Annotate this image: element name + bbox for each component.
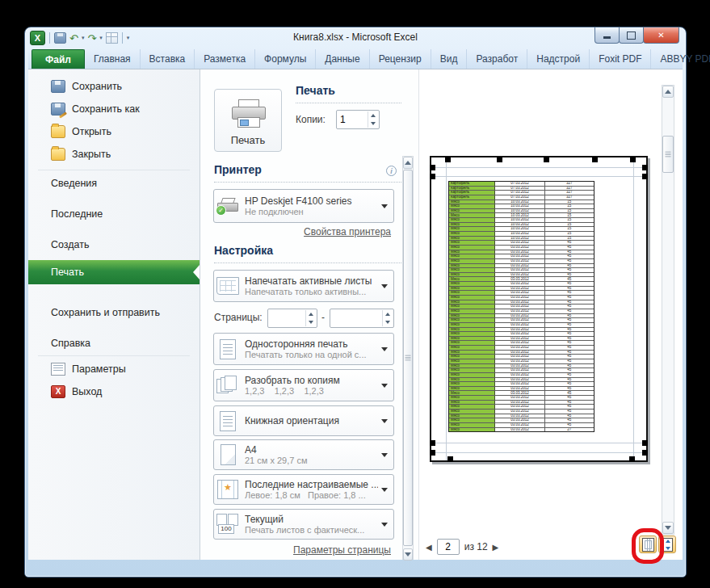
margin-handle[interactable]: [447, 456, 453, 462]
margin-handle[interactable]: [642, 450, 648, 456]
nav-exit[interactable]: X Выход: [28, 383, 200, 401]
tab-foxit-pdf[interactable]: Foxit PDF: [590, 49, 651, 69]
table-cell: 03.03.2012: [495, 332, 544, 336]
paper-size-select[interactable]: A4 21 см x 29,7 см: [213, 439, 394, 470]
printer-select[interactable]: ✓ HP Deskjet F4100 series Не подключен: [213, 189, 394, 223]
restore-button[interactable]: [619, 27, 644, 44]
bottom-margin-line[interactable]: [431, 443, 646, 443]
table-cell: Мясо: [449, 250, 495, 254]
print-what-select[interactable]: Напечатать активные листы Напечатать тол…: [213, 270, 394, 302]
table-cell: Мясо: [449, 241, 495, 245]
tab-abbyy-pdf[interactable]: ABBYY PDF: [651, 49, 710, 69]
margin-handle[interactable]: [430, 440, 435, 446]
tab-addins[interactable]: Надстрой: [527, 49, 590, 69]
column-handle[interactable]: [445, 157, 451, 162]
table-cell: 15: [545, 237, 594, 241]
pages-from-increase-icon[interactable]: [309, 313, 313, 316]
table-cell: Мясо: [449, 213, 495, 217]
right-margin-line[interactable]: [633, 158, 634, 460]
orientation-select[interactable]: Книжная ориентация: [213, 405, 394, 436]
nav-info-label: Сведения: [28, 178, 97, 189]
print-button[interactable]: Печать: [214, 89, 282, 152]
tab-file[interactable]: Файл: [32, 49, 85, 69]
nav-open[interactable]: Открыть: [28, 123, 200, 141]
tab-developer[interactable]: Разработ: [467, 49, 527, 69]
margin-handle[interactable]: [629, 456, 635, 462]
top-margin-line[interactable]: [431, 176, 646, 177]
tab-home[interactable]: Главная: [85, 49, 141, 69]
minimize-button[interactable]: [594, 27, 620, 44]
show-margins-button[interactable]: [639, 536, 657, 553]
margin-handle[interactable]: [430, 174, 435, 179]
scroll-down-icon: [665, 526, 671, 530]
page-setup-link[interactable]: Параметры страницы: [293, 544, 391, 556]
nav-options[interactable]: Параметры: [28, 360, 200, 378]
nav-close[interactable]: Закрыть: [28, 145, 200, 163]
duplex-select[interactable]: Односторонняя печать Печатать только на …: [213, 333, 394, 365]
pages-to-decrease-icon[interactable]: [385, 321, 390, 324]
nav-help[interactable]: Справка: [28, 334, 200, 352]
tab-formulas[interactable]: Формулы: [255, 49, 316, 69]
nav-new[interactable]: Создать: [28, 236, 200, 254]
margin-handle[interactable]: [642, 165, 648, 170]
info-icon[interactable]: i: [386, 166, 397, 176]
previous-page-button[interactable]: ◀: [426, 543, 432, 552]
column-handle[interactable]: [592, 157, 598, 162]
copies-input[interactable]: [338, 111, 371, 128]
current-page-input[interactable]: [437, 539, 460, 555]
left-margin-line[interactable]: [446, 158, 447, 460]
pages-to-input[interactable]: [332, 310, 380, 326]
scroll-down-button[interactable]: [662, 522, 674, 534]
settings-scrollbar[interactable]: [402, 156, 414, 560]
zoom-to-page-button[interactable]: [658, 536, 676, 553]
margin-handle[interactable]: [642, 174, 648, 179]
nav-save-send[interactable]: Сохранить и отправить: [28, 304, 200, 321]
scrollbar-thumb[interactable]: [403, 170, 413, 546]
tab-data[interactable]: Данные: [316, 49, 369, 69]
header-margin-line[interactable]: [431, 167, 646, 168]
scrollbar-thumb[interactable]: [662, 136, 674, 173]
table-cell: 03.03.2012: [495, 318, 544, 322]
next-page-button[interactable]: ▶: [493, 543, 499, 552]
printer-properties-link[interactable]: Свойства принтера: [304, 226, 391, 237]
pages-from-input[interactable]: [270, 310, 307, 326]
scroll-down-button[interactable]: [403, 548, 413, 561]
column-handle[interactable]: [497, 157, 502, 162]
backstage-view: Сохранить Сохранить как Открыть Закрыть …: [28, 69, 683, 560]
page-navigation: ◀ из 12 ▶: [426, 538, 498, 556]
table-cell: Мясо: [449, 218, 495, 222]
margins-select[interactable]: Последние настраиваемые ... Левое: 1,8 с…: [213, 474, 394, 505]
margin-handle[interactable]: [430, 165, 435, 170]
scroll-up-button[interactable]: [403, 157, 413, 169]
pages-from-stepper[interactable]: [267, 309, 317, 328]
pages-to-increase-icon[interactable]: [385, 313, 390, 316]
tab-page-layout[interactable]: Разметка: [195, 49, 255, 69]
pages-from-decrease-icon[interactable]: [309, 321, 313, 324]
nav-print[interactable]: Печать: [28, 260, 200, 284]
table-cell: 45: [545, 414, 594, 418]
column-handle[interactable]: [630, 157, 636, 162]
nav-save[interactable]: Сохранить: [28, 78, 200, 95]
margin-handle[interactable]: [430, 450, 435, 456]
scaling-select[interactable]: 100 Текущий Печать листов с фактическ...: [213, 509, 394, 540]
table-cell: 03.03.2012: [495, 401, 544, 405]
nav-info[interactable]: Сведения: [28, 174, 200, 192]
close-button[interactable]: ✕: [643, 27, 679, 44]
footer-margin-line[interactable]: [431, 452, 646, 453]
tab-review[interactable]: Рецензир: [370, 49, 431, 69]
section-print-header: Печать: [296, 84, 335, 97]
nav-save-as[interactable]: Сохранить как: [28, 100, 200, 118]
tab-view[interactable]: Вид: [431, 49, 468, 69]
collate-select[interactable]: Разобрать по копиям 1,2,3 1,2,3 1,2,3: [213, 369, 394, 401]
copies-decrease-icon[interactable]: [371, 122, 376, 125]
preview-scrollbar[interactable]: [662, 85, 674, 535]
table-cell: 03.03.2012: [495, 414, 544, 418]
margin-handle[interactable]: [642, 440, 648, 446]
scroll-up-button[interactable]: [662, 86, 674, 98]
pages-to-stepper[interactable]: [330, 309, 394, 328]
copies-increase-icon[interactable]: [371, 114, 376, 117]
nav-recent[interactable]: Последние: [28, 205, 200, 223]
tab-insert[interactable]: Вставка: [141, 49, 195, 69]
copies-stepper[interactable]: [336, 110, 380, 129]
column-handle[interactable]: [544, 157, 549, 162]
